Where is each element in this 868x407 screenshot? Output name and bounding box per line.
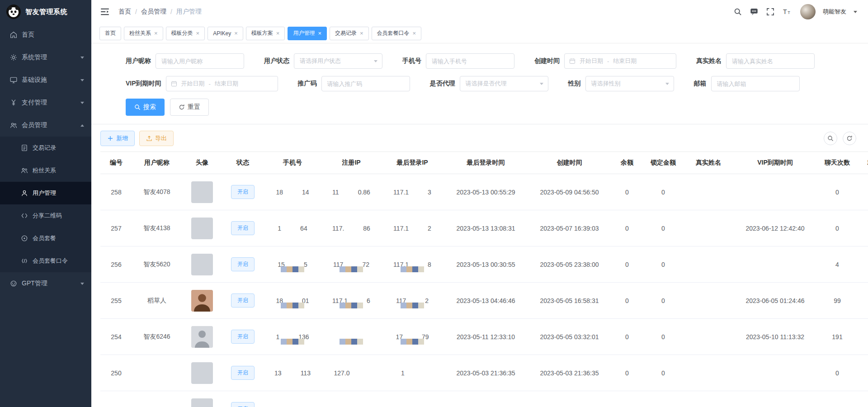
tab-template-plan[interactable]: 模板方案× xyxy=(246,27,285,40)
filter-email: 邮箱 xyxy=(694,76,800,91)
user-name[interactable]: 萌能智友 xyxy=(823,8,846,16)
filter-status-select[interactable]: 请选择用户状态 xyxy=(294,53,382,69)
mosaic-redaction xyxy=(340,303,363,308)
sidebar-item-gpt[interactable]: GPT管理 xyxy=(0,272,91,295)
filter-created-daterange[interactable]: 开始日期-结束日期 xyxy=(564,53,676,69)
cell-locked-amount: 0 xyxy=(643,369,684,377)
sidebar-item-home[interactable]: 首页 xyxy=(0,24,91,46)
breadcrumb-separator: / xyxy=(135,8,137,15)
user-avatar[interactable] xyxy=(800,4,816,19)
masked-text: 11 xyxy=(332,189,339,196)
date-separator: - xyxy=(209,80,211,87)
sidebar-item-passcode[interactable]: 会员套餐口令 xyxy=(0,250,91,272)
cell-phone: 1801 xyxy=(263,297,322,304)
sidebar-item-user[interactable]: 用户管理 xyxy=(0,182,91,204)
cell-register-ip xyxy=(322,333,381,341)
close-icon[interactable]: × xyxy=(154,30,158,36)
status-badge: 开启 xyxy=(231,330,255,344)
message-icon[interactable] xyxy=(750,7,759,16)
mosaic-square xyxy=(351,303,357,308)
filter-promo-code-input[interactable] xyxy=(321,76,410,91)
cell-last-login-ip: 1172 xyxy=(381,297,444,304)
close-icon[interactable]: × xyxy=(196,30,200,36)
sidebar-item-fans[interactable]: 粉丝关系 xyxy=(0,159,91,182)
reset-button-label: 重置 xyxy=(188,103,200,111)
tab-apikey[interactable]: APIKey× xyxy=(208,27,243,40)
reset-button[interactable]: 重置 xyxy=(170,99,209,116)
filter-gender-select[interactable]: 请选择性别 xyxy=(585,76,674,91)
app-logo: 智友管理系统 xyxy=(0,0,91,24)
masked-text: 3 xyxy=(428,189,431,196)
tab-label: 模板分类 xyxy=(171,29,193,37)
filter-real-name-input[interactable] xyxy=(726,53,815,69)
filter-phone-input[interactable] xyxy=(426,53,514,69)
topbar: 首页/会员管理/用户管理 TT 萌能智友 xyxy=(91,0,868,24)
tab-fans[interactable]: 粉丝关系× xyxy=(124,27,163,40)
tab-package-code[interactable]: 会员套餐口令× xyxy=(372,27,422,40)
tab-template-category[interactable]: 模板分类× xyxy=(166,27,205,40)
search-icon[interactable] xyxy=(733,7,742,16)
mosaic-redaction xyxy=(340,266,363,272)
cell-avatar xyxy=(182,326,222,348)
sidebar-item-package[interactable]: 会员套餐 xyxy=(0,227,91,250)
filter-is-agent-select[interactable]: 请选择是否代理 xyxy=(460,76,548,91)
filter-nickname-input[interactable] xyxy=(156,53,244,69)
tab-trades[interactable]: 交易记录× xyxy=(330,27,369,40)
tab-label: 用户管理 xyxy=(293,29,315,37)
sidebar-item-system[interactable]: 系统管理 xyxy=(0,46,91,69)
column-header: VIP到期时间 xyxy=(733,159,817,167)
cell-id: 249 xyxy=(100,406,132,407)
mosaic-square xyxy=(357,303,363,308)
filter-vip-expire-daterange[interactable]: 开始日期-结束日期 xyxy=(166,76,278,91)
cell-locked-amount: 0 xyxy=(643,333,684,341)
close-icon[interactable]: × xyxy=(413,30,416,36)
cell-id: 258 xyxy=(100,189,132,196)
tab-bar: 首页粉丝关系×模板分类×APIKey×模板方案×用户管理×交易记录×会员套餐口令… xyxy=(91,24,868,43)
cell-status: 开启 xyxy=(222,366,263,380)
breadcrumb-item[interactable]: 会员管理 xyxy=(141,8,166,16)
export-button[interactable]: 导出 xyxy=(139,131,174,146)
mosaic-square xyxy=(340,303,345,308)
filter-gender: 性别请选择性别 xyxy=(568,76,674,91)
breadcrumb-item[interactable]: 首页 xyxy=(118,8,131,16)
cell-balance: 0 xyxy=(611,261,643,268)
redaction-block xyxy=(405,371,424,375)
divider xyxy=(91,124,868,124)
svg-text:T: T xyxy=(788,10,790,15)
masked-text: 1 xyxy=(276,333,279,341)
font-size-icon[interactable]: TT xyxy=(782,7,791,16)
cell-phone: 155 xyxy=(263,261,322,268)
tab-users[interactable]: 用户管理× xyxy=(288,27,327,40)
tab-home[interactable]: 首页 xyxy=(99,27,121,40)
status-badge: 开启 xyxy=(231,257,255,271)
mosaic-square xyxy=(401,266,406,272)
table-header-row: 编号用户昵称头像状态手机号注册IP最后登录IP最后登录时间创建时间余额锁定金额真… xyxy=(100,151,868,174)
sidebar-item-trade-record[interactable]: 交易记录 xyxy=(0,137,91,159)
close-icon[interactable]: × xyxy=(360,30,363,36)
mosaic-square xyxy=(287,339,292,345)
sidebar-item-infrastructure[interactable]: 基础设施 xyxy=(0,69,91,91)
fans-icon xyxy=(21,167,28,174)
close-icon[interactable]: × xyxy=(276,30,280,36)
search-icon xyxy=(134,104,141,110)
toolbar: 新增 导出 xyxy=(100,131,859,146)
table-refresh-icon[interactable] xyxy=(843,132,856,145)
sidebar-item-payment[interactable]: 支付管理 xyxy=(0,91,91,114)
table-search-icon[interactable] xyxy=(824,132,837,145)
masked-text: 18 xyxy=(276,189,283,196)
filter-email-input[interactable] xyxy=(711,76,800,91)
add-button[interactable]: 新增 xyxy=(100,131,135,146)
sidebar-collapse-icon[interactable] xyxy=(100,8,109,16)
fullscreen-icon[interactable] xyxy=(766,7,775,16)
submenu-member: 交易记录粉丝关系用户管理分享二维码会员套餐会员套餐口令 xyxy=(0,137,91,272)
search-button[interactable]: 搜索 xyxy=(126,99,165,116)
close-icon[interactable]: × xyxy=(234,30,238,36)
filter-label: 用户昵称 xyxy=(126,57,156,65)
sidebar-item-share-qrcode[interactable]: 分享二维码 xyxy=(0,204,91,227)
sidebar-item-member[interactable]: 会员管理 xyxy=(0,114,91,137)
cell-avatar xyxy=(182,254,222,275)
close-icon[interactable]: × xyxy=(318,30,321,36)
sidebar-item-label: 用户管理 xyxy=(33,189,56,197)
tab-label: 粉丝关系 xyxy=(129,29,151,37)
main-area: 首页/会员管理/用户管理 TT 萌能智友 首页粉丝关系×模板分类×AP xyxy=(91,0,868,407)
